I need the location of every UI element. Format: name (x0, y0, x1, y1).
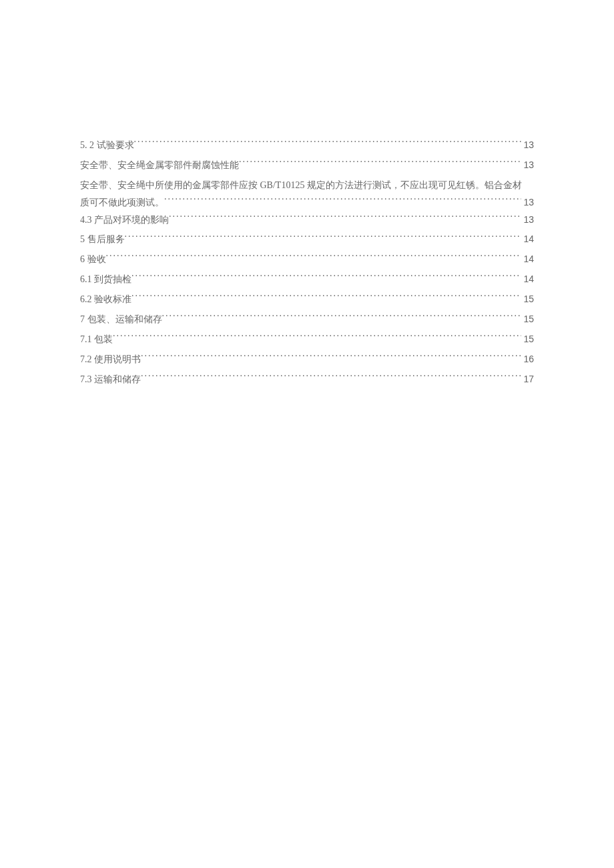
toc-entry: 7.1 包装 15 (80, 331, 534, 348)
toc-leader (125, 233, 522, 242)
toc-leader (131, 273, 521, 282)
toc-title: 7 包装、运输和储存 (80, 311, 162, 328)
toc-title: 7.1 包装 (80, 331, 113, 348)
toc-title: 4.3 产品对环境的影响 (80, 211, 169, 229)
toc-title: 7.2 使用说明书 (80, 351, 141, 368)
toc-list: 5. 2 试验要求 13 安全带、安全绳金属零部件耐腐蚀性能 13 安全带、安全… (80, 137, 534, 388)
toc-leader (169, 213, 521, 223)
toc-page: 17 (521, 371, 534, 388)
toc-entry: 5 售后服务 14 (80, 231, 534, 248)
toc-leader (134, 139, 522, 148)
toc-page: 13 (521, 194, 534, 211)
toc-title-line1: 安全带、安全绳中所使用的金属零部件应按 GB/T10125 规定的方法进行测试，… (80, 180, 522, 190)
toc-page: 14 (521, 251, 534, 268)
toc-page: 14 (521, 231, 534, 248)
toc-page: 15 (521, 331, 534, 348)
toc-leader (239, 159, 521, 168)
toc-entry: 7 包装、运输和储存 15 (80, 311, 534, 328)
toc-entry: 6.1 到货抽检 14 (80, 271, 534, 288)
toc-page: 13 (521, 157, 534, 174)
toc-leader (131, 293, 521, 302)
toc-title: 6.1 到货抽检 (80, 271, 131, 288)
toc-leader (162, 313, 522, 322)
toc-leader (113, 333, 521, 342)
toc-page: 14 (521, 271, 534, 288)
toc-title: 7.3 运输和储存 (80, 371, 141, 388)
toc-entry: 5. 2 试验要求 13 (80, 137, 534, 154)
toc-leader (141, 353, 521, 362)
toc-page: 15 (521, 311, 534, 328)
toc-title: 安全带、安全绳金属零部件耐腐蚀性能 (80, 157, 239, 174)
toc-page: 15 (521, 291, 534, 308)
toc-title: 6.2 验收标准 (80, 291, 131, 308)
toc-entry: 7.3 运输和储存 17 (80, 371, 534, 388)
toc-leader (164, 196, 521, 205)
toc-entry: 安全带、安全绳中所使用的金属零部件应按 GB/T10125 规定的方法进行测试，… (80, 177, 534, 211)
toc-page: 16 (521, 351, 534, 368)
toc-title: 6 验收 (80, 251, 106, 268)
toc-entry: 6 验收 14 (80, 251, 534, 268)
toc-title: 5 售后服务 (80, 231, 125, 248)
toc-entry: 安全带、安全绳金属零部件耐腐蚀性能 13 (80, 157, 534, 174)
toc-entry: 4.3 产品对环境的影响 13 (80, 211, 534, 229)
toc-leader (106, 253, 522, 262)
toc-title-line2: 质可不做此项测试。 (80, 194, 164, 211)
toc-page: 13 (521, 137, 534, 154)
toc-entry: 7.2 使用说明书 16 (80, 351, 534, 368)
toc-title: 5. 2 试验要求 (80, 137, 134, 154)
toc-leader (141, 373, 521, 382)
toc-page: 13 (521, 211, 534, 229)
toc-entry: 6.2 验收标准 15 (80, 291, 534, 308)
